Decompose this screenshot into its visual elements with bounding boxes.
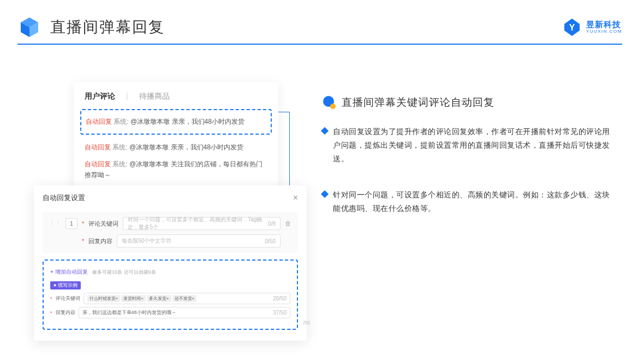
auto-reply-settings-panel: 自动回复设置 × ⋮⋮ 1 * 评论关键词 对同一个问题，可设置多个相近、高频的… <box>34 185 307 341</box>
comment-row: 自动回复 系统: @冰墩墩本墩 亲亲，我们48小时内发货 <box>85 139 267 156</box>
left-column: 用户评论 | 待播商品 自动回复 系统: @冰墩墩本墩 亲亲，我们48小时内发货… <box>0 65 306 362</box>
brand-name-en: YUUXIN.COM <box>586 29 622 34</box>
comment-panel: 用户评论 | 待播商品 自动回复 系统: @冰墩墩本墩 亲亲，我们48小时内发货… <box>74 82 278 197</box>
brand-text: 昱新科技 YUUXIN.COM <box>586 20 622 34</box>
bubble-icon <box>322 95 336 110</box>
example-content-input[interactable]: 亲，我们这边都是下单48小时内发货的哦～ 37/50 <box>79 307 290 318</box>
outer-counter: /50 <box>303 320 310 325</box>
content-area: 用户评论 | 待播商品 自动回复 系统: @冰墩墩本墩 亲亲，我们48小时内发货… <box>0 65 644 362</box>
row-number: 1 <box>65 218 77 229</box>
tab-user-comments[interactable]: 用户评论 <box>85 92 115 101</box>
section-header: 直播间弹幕关键词评论自动回复 <box>322 95 617 110</box>
connector-line <box>278 112 289 112</box>
comment-text: @冰墩墩本墩 亲亲，我们48小时内发货 <box>130 118 245 125</box>
highlighted-comment: 自动回复 系统: @冰墩墩本墩 亲亲，我们48小时内发货 <box>80 109 272 135</box>
comment-row: 自动回复 系统: @冰墩墩本墩 亲亲，我们48小时内发货 <box>86 113 266 130</box>
section-title: 直播间弹幕关键词评论自动回复 <box>342 95 494 110</box>
tag-item[interactable]: 发货时间× <box>121 295 146 302</box>
content-row: * 回复内容 每条限50个中文字符 0/50 <box>49 234 291 248</box>
bullet-item: 自动回复设置为了提升作者的评论回复效率，作者可在开播前针对常见的评论用户问题，提… <box>322 125 617 166</box>
keyword-row: ⋮⋮ 1 * 评论关键词 对同一个问题，可设置多个相近、高频的关键词，Tag确定… <box>49 217 291 230</box>
add-limit-note: 最多可建10条 还可以创建9条 <box>92 269 156 275</box>
page-title: 直播间弹幕回复 <box>50 17 165 38</box>
tag-item[interactable]: 什么时候发货× <box>87 295 121 302</box>
drag-handle-icon[interactable]: ⋮⋮ <box>49 220 61 227</box>
keyword-tags: 什么时候发货× 发货时间× 多久发货× 还不发货× <box>87 295 197 302</box>
cube-icon <box>17 15 41 39</box>
content-input[interactable]: 每条限50个中文字符 0/50 <box>117 234 281 248</box>
example-keyword-row: * 评论关键词 什么时候发货× 发货时间× 多久发货× 还不发货× 20/50 <box>50 293 290 304</box>
page-header: 直播间弹幕回复 Y 昱新科技 YUUXIN.COM <box>0 0 644 39</box>
diamond-bullet-icon <box>321 190 329 197</box>
example-badge: ● 填写示例 <box>50 281 81 289</box>
form-section: ⋮⋮ 1 * 评论关键词 对同一个问题，可设置多个相近、高频的关键词，Tag确定… <box>43 212 298 253</box>
comment-tabs: 用户评论 | 待播商品 <box>85 92 267 101</box>
brand: Y 昱新科技 YUUXIN.COM <box>562 17 622 37</box>
auto-reply-tag: 自动回复 <box>86 118 112 125</box>
right-column: 直播间弹幕关键词评论自动回复 自动回复设置为了提升作者的评论回复效率，作者可在开… <box>306 65 644 362</box>
brand-logo-icon: Y <box>562 17 582 37</box>
system-tag: 系统: <box>114 118 128 125</box>
bullet-item: 针对同一个问题，可设置多个相近的、高频的关键词。例如：这款多少钱、这块能优惠吗、… <box>322 188 617 215</box>
header-divider <box>17 44 622 45</box>
tab-pending-products[interactable]: 待播商品 <box>139 92 170 101</box>
svg-text:Y: Y <box>569 23 575 32</box>
brand-name-cn: 昱新科技 <box>586 20 622 29</box>
diamond-bullet-icon <box>321 127 329 135</box>
settings-header: 自动回复设置 × <box>43 193 298 203</box>
bullet-text: 自动回复设置为了提升作者的评论回复效率，作者可在开播前针对常见的评论用户问题，提… <box>333 125 617 166</box>
example-keyword-input[interactable]: 什么时候发货× 发货时间× 多久发货× 还不发货× 20/50 <box>84 293 290 304</box>
keyword-input[interactable]: 对同一个问题，可设置多个相近、高频的关键词，Tag确定，最多5个 0/8 <box>123 217 281 230</box>
header-left: 直播间弹幕回复 <box>17 15 165 39</box>
example-content-row: * 回复内容 亲，我们这边都是下单48小时内发货的哦～ 37/50 <box>50 307 290 318</box>
settings-title: 自动回复设置 <box>43 193 85 203</box>
tag-item[interactable]: 还不发货× <box>172 295 197 302</box>
content-label: 回复内容 <box>88 237 112 245</box>
comment-row: 自动回复 系统: @冰墩墩本墩 关注我们的店铺，每日都有热门推荐呦～ <box>85 156 267 183</box>
svg-point-2 <box>330 104 336 109</box>
tag-item[interactable]: 多久发货× <box>147 295 171 302</box>
example-box: + 增加自动回复 最多可建10条 还可以创建9条 ● 填写示例 * 评论关键词 … <box>43 260 298 330</box>
delete-icon[interactable]: 🗑 <box>285 220 291 227</box>
keyword-label: 评论关键词 <box>88 220 118 228</box>
bullet-text: 针对同一个问题，可设置多个相近的、高频的关键词。例如：这款多少钱、这块能优惠吗、… <box>333 188 617 215</box>
add-auto-reply-link[interactable]: + 增加自动回复 <box>50 268 88 276</box>
close-icon[interactable]: × <box>293 193 298 203</box>
